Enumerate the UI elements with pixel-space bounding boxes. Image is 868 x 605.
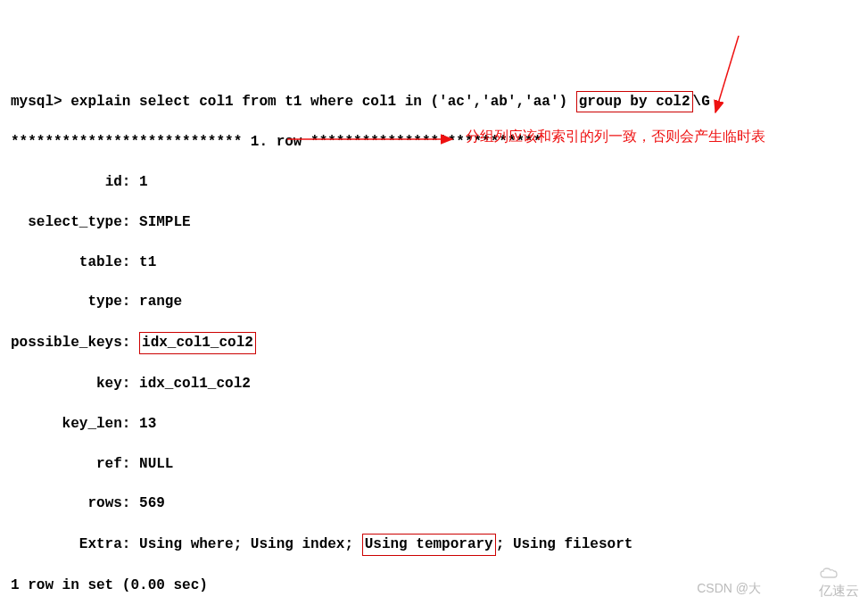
cloud-icon <box>819 567 839 579</box>
annotation-text: 分组列应该和索引的列一致，否则会产生临时表 <box>466 127 765 146</box>
field-extra: Extra: Using where; Using index; Using t… <box>11 534 857 555</box>
field-type: type: range <box>11 292 857 311</box>
sql-post: \G <box>693 94 710 110</box>
field-select-type: select_type: SIMPLE <box>11 212 857 232</box>
field-ref: ref: NULL <box>11 454 857 474</box>
group-by-box: group by col2 <box>576 91 693 112</box>
using-temporary-box: Using temporary <box>362 534 496 555</box>
field-possible-keys: possible_keys: idx_col1_col2 <box>11 332 857 353</box>
field-rows: rows: 569 <box>11 493 857 513</box>
query1-line: mysql> explain select col1 from t1 where… <box>11 91 857 112</box>
watermark-yisu: 亿速云 <box>812 543 859 600</box>
sql-pre: explain select col1 from t1 where col1 i… <box>70 94 576 110</box>
field-key: key: idx_col1_col2 <box>11 374 857 394</box>
field-key-len: key_len: 13 <box>11 414 857 434</box>
prompt: mysql> <box>11 94 70 110</box>
watermark-csdn: CSDN @大 <box>697 580 761 598</box>
field-id: id: 1 <box>11 172 857 192</box>
possible-keys-box: idx_col1_col2 <box>139 332 256 353</box>
field-table: table: t1 <box>11 253 857 272</box>
